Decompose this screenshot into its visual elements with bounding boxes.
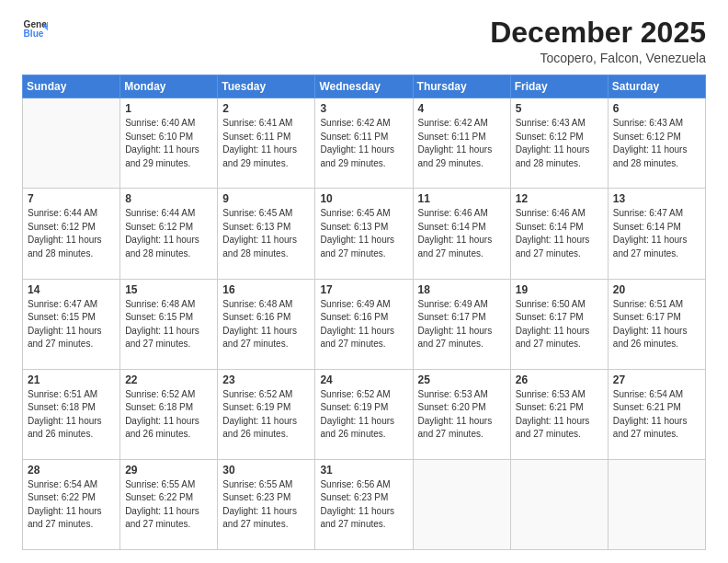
- day-number: 2: [222, 102, 310, 115]
- day-info: Sunrise: 6:55 AMSunset: 6:23 PMDaylight:…: [222, 478, 310, 532]
- day-number: 5: [516, 102, 603, 115]
- day-info: Sunrise: 6:56 AMSunset: 6:23 PMDaylight:…: [320, 478, 407, 532]
- day-info: Sunrise: 6:50 AMSunset: 6:17 PMDaylight:…: [516, 298, 603, 351]
- calendar-cell: 25Sunrise: 6:53 AMSunset: 6:20 PMDayligh…: [413, 369, 510, 459]
- day-info: Sunrise: 6:55 AMSunset: 6:22 PMDaylight:…: [125, 478, 212, 532]
- weekday-header-monday: Monday: [120, 75, 218, 98]
- day-number: 19: [516, 283, 603, 296]
- day-info: Sunrise: 6:52 AMSunset: 6:19 PMDaylight:…: [222, 388, 310, 442]
- day-number: 15: [125, 283, 212, 296]
- day-number: 29: [125, 464, 212, 477]
- calendar-cell: [23, 98, 120, 189]
- day-info: Sunrise: 6:51 AMSunset: 6:18 PMDaylight:…: [28, 388, 115, 442]
- day-info: Sunrise: 6:47 AMSunset: 6:14 PMDaylight:…: [613, 207, 700, 260]
- day-number: 7: [28, 192, 115, 205]
- day-info: Sunrise: 6:40 AMSunset: 6:10 PMDaylight:…: [125, 117, 212, 170]
- day-info: Sunrise: 6:42 AMSunset: 6:11 PMDaylight:…: [418, 117, 506, 170]
- day-number: 20: [613, 283, 700, 296]
- calendar-cell: 18Sunrise: 6:49 AMSunset: 6:17 PMDayligh…: [413, 279, 510, 369]
- day-info: Sunrise: 6:53 AMSunset: 6:21 PMDaylight:…: [516, 388, 603, 442]
- day-info: Sunrise: 6:44 AMSunset: 6:12 PMDaylight:…: [125, 207, 212, 260]
- svg-text:Blue: Blue: [24, 29, 44, 39]
- title-block: December 2025 Tocopero, Falcon, Venezuel…: [490, 17, 706, 65]
- day-number: 25: [418, 373, 506, 386]
- day-info: Sunrise: 6:41 AMSunset: 6:11 PMDaylight:…: [222, 117, 310, 170]
- calendar-cell: [510, 459, 608, 549]
- calendar-cell: 6Sunrise: 6:43 AMSunset: 6:12 PMDaylight…: [608, 98, 705, 189]
- location: Tocopero, Falcon, Venezuela: [490, 51, 706, 65]
- calendar-cell: 8Sunrise: 6:44 AMSunset: 6:12 PMDaylight…: [120, 189, 218, 279]
- weekday-header-tuesday: Tuesday: [218, 75, 315, 98]
- day-info: Sunrise: 6:43 AMSunset: 6:12 PMDaylight:…: [613, 117, 700, 170]
- day-info: Sunrise: 6:46 AMSunset: 6:14 PMDaylight:…: [516, 207, 603, 260]
- day-info: Sunrise: 6:49 AMSunset: 6:16 PMDaylight:…: [320, 298, 407, 351]
- day-number: 31: [320, 464, 407, 477]
- day-info: Sunrise: 6:52 AMSunset: 6:19 PMDaylight:…: [320, 388, 407, 442]
- day-number: 27: [613, 373, 700, 386]
- calendar-cell: 10Sunrise: 6:45 AMSunset: 6:13 PMDayligh…: [315, 189, 413, 279]
- weekday-header-saturday: Saturday: [608, 75, 705, 98]
- calendar-cell: 1Sunrise: 6:40 AMSunset: 6:10 PMDaylight…: [120, 98, 218, 189]
- calendar-cell: [608, 459, 705, 549]
- weekday-header-wednesday: Wednesday: [315, 75, 413, 98]
- weekday-header-friday: Friday: [510, 75, 608, 98]
- calendar-cell: 17Sunrise: 6:49 AMSunset: 6:16 PMDayligh…: [315, 279, 413, 369]
- calendar-cell: 4Sunrise: 6:42 AMSunset: 6:11 PMDaylight…: [413, 98, 510, 189]
- day-number: 3: [320, 102, 407, 115]
- weekday-header-sunday: Sunday: [23, 75, 120, 98]
- day-info: Sunrise: 6:45 AMSunset: 6:13 PMDaylight:…: [320, 207, 407, 260]
- day-info: Sunrise: 6:54 AMSunset: 6:22 PMDaylight:…: [28, 478, 115, 532]
- day-number: 28: [28, 464, 115, 477]
- day-info: Sunrise: 6:45 AMSunset: 6:13 PMDaylight:…: [222, 207, 310, 260]
- day-number: 18: [418, 283, 506, 296]
- calendar-cell: 5Sunrise: 6:43 AMSunset: 6:12 PMDaylight…: [510, 98, 608, 189]
- day-info: Sunrise: 6:46 AMSunset: 6:14 PMDaylight:…: [418, 207, 506, 260]
- day-info: Sunrise: 6:44 AMSunset: 6:12 PMDaylight:…: [28, 207, 115, 260]
- calendar-cell: 31Sunrise: 6:56 AMSunset: 6:23 PMDayligh…: [315, 459, 413, 549]
- month-title: December 2025: [490, 17, 706, 49]
- day-number: 22: [125, 373, 212, 386]
- calendar-cell: 24Sunrise: 6:52 AMSunset: 6:19 PMDayligh…: [315, 369, 413, 459]
- day-number: 21: [28, 373, 115, 386]
- day-info: Sunrise: 6:49 AMSunset: 6:17 PMDaylight:…: [418, 298, 506, 351]
- weekday-header-thursday: Thursday: [413, 75, 510, 98]
- day-number: 4: [418, 102, 506, 115]
- calendar-cell: 30Sunrise: 6:55 AMSunset: 6:23 PMDayligh…: [218, 459, 315, 549]
- day-number: 24: [320, 373, 407, 386]
- calendar-cell: 20Sunrise: 6:51 AMSunset: 6:17 PMDayligh…: [608, 279, 705, 369]
- day-number: 17: [320, 283, 407, 296]
- day-info: Sunrise: 6:54 AMSunset: 6:21 PMDaylight:…: [613, 388, 700, 442]
- day-info: Sunrise: 6:48 AMSunset: 6:16 PMDaylight:…: [222, 298, 310, 351]
- day-number: 23: [222, 373, 310, 386]
- day-number: 16: [222, 283, 310, 296]
- calendar-cell: 2Sunrise: 6:41 AMSunset: 6:11 PMDaylight…: [218, 98, 315, 189]
- day-number: 10: [320, 192, 407, 205]
- calendar-cell: 26Sunrise: 6:53 AMSunset: 6:21 PMDayligh…: [510, 369, 608, 459]
- calendar-cell: 28Sunrise: 6:54 AMSunset: 6:22 PMDayligh…: [23, 459, 120, 549]
- calendar-cell: 27Sunrise: 6:54 AMSunset: 6:21 PMDayligh…: [608, 369, 705, 459]
- day-info: Sunrise: 6:47 AMSunset: 6:15 PMDaylight:…: [28, 298, 115, 351]
- calendar-cell: 14Sunrise: 6:47 AMSunset: 6:15 PMDayligh…: [23, 279, 120, 369]
- calendar-cell: 23Sunrise: 6:52 AMSunset: 6:19 PMDayligh…: [218, 369, 315, 459]
- day-number: 14: [28, 283, 115, 296]
- day-info: Sunrise: 6:43 AMSunset: 6:12 PMDaylight:…: [516, 117, 603, 170]
- calendar-table: SundayMondayTuesdayWednesdayThursdayFrid…: [22, 75, 706, 550]
- calendar-cell: 29Sunrise: 6:55 AMSunset: 6:22 PMDayligh…: [120, 459, 218, 549]
- calendar-cell: 19Sunrise: 6:50 AMSunset: 6:17 PMDayligh…: [510, 279, 608, 369]
- logo-icon: General Blue: [22, 17, 48, 42]
- calendar-cell: 3Sunrise: 6:42 AMSunset: 6:11 PMDaylight…: [315, 98, 413, 189]
- calendar-cell: 11Sunrise: 6:46 AMSunset: 6:14 PMDayligh…: [413, 189, 510, 279]
- day-number: 12: [516, 192, 603, 205]
- header: General Blue December 2025 Tocopero, Fal…: [22, 17, 706, 65]
- calendar-cell: 15Sunrise: 6:48 AMSunset: 6:15 PMDayligh…: [120, 279, 218, 369]
- day-number: 30: [222, 464, 310, 477]
- calendar-cell: 12Sunrise: 6:46 AMSunset: 6:14 PMDayligh…: [510, 189, 608, 279]
- day-info: Sunrise: 6:51 AMSunset: 6:17 PMDaylight:…: [613, 298, 700, 351]
- day-info: Sunrise: 6:42 AMSunset: 6:11 PMDaylight:…: [320, 117, 407, 170]
- calendar-cell: [413, 459, 510, 549]
- calendar-cell: 7Sunrise: 6:44 AMSunset: 6:12 PMDaylight…: [23, 189, 120, 279]
- day-number: 13: [613, 192, 700, 205]
- logo: General Blue: [22, 17, 50, 42]
- day-info: Sunrise: 6:53 AMSunset: 6:20 PMDaylight:…: [418, 388, 506, 442]
- day-number: 9: [222, 192, 310, 205]
